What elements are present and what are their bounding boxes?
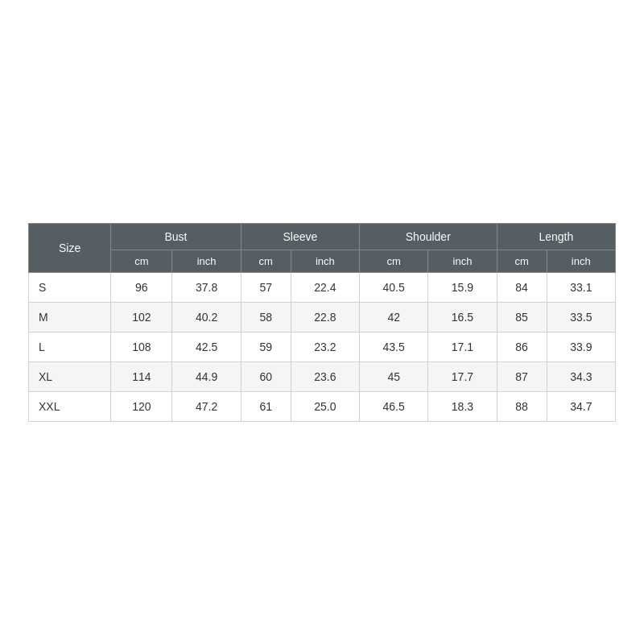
size-cell: L (29, 332, 111, 361)
size-chart-table: Size Bust Sleeve Shoulder Length cm inch… (28, 223, 616, 422)
sleeve-inch-cell: 22.8 (291, 302, 359, 332)
shoulder-cm-cell: 43.5 (360, 332, 428, 361)
header-group-row: Size Bust Sleeve Shoulder Length (29, 223, 616, 250)
bust-inch-cell: 42.5 (172, 332, 241, 361)
length-inch-cell: 34.7 (547, 391, 615, 421)
length-inch-cell: 33.1 (547, 272, 615, 302)
shoulder-group-header: Shoulder (360, 223, 497, 250)
length-cm-header: cm (497, 250, 547, 272)
bust-cm-cell: 102 (111, 302, 172, 332)
length-cm-cell: 86 (497, 332, 547, 361)
bust-inch-cell: 47.2 (172, 391, 241, 421)
shoulder-inch-cell: 16.5 (428, 302, 497, 332)
table-row: L10842.55923.243.517.18633.9 (29, 332, 616, 361)
length-inch-cell: 33.9 (547, 332, 615, 361)
shoulder-cm-cell: 46.5 (360, 391, 428, 421)
sleeve-inch-cell: 22.4 (291, 272, 359, 302)
sleeve-inch-cell: 23.2 (291, 332, 359, 361)
shoulder-cm-cell: 40.5 (360, 272, 428, 302)
table-row: S9637.85722.440.515.98433.1 (29, 272, 616, 302)
size-cell: XXL (29, 391, 111, 421)
shoulder-inch-cell: 15.9 (428, 272, 497, 302)
size-cell: S (29, 272, 111, 302)
sleeve-cm-cell: 60 (241, 361, 291, 391)
length-cm-cell: 84 (497, 272, 547, 302)
bust-inch-header: inch (172, 250, 241, 272)
bust-cm-cell: 96 (111, 272, 172, 302)
sleeve-inch-cell: 23.6 (291, 361, 359, 391)
size-chart-wrapper: Size Bust Sleeve Shoulder Length cm inch… (28, 223, 616, 422)
bust-cm-cell: 114 (111, 361, 172, 391)
table-body: S9637.85722.440.515.98433.1M10240.25822.… (29, 272, 616, 421)
shoulder-inch-cell: 18.3 (428, 391, 497, 421)
sleeve-cm-cell: 61 (241, 391, 291, 421)
sleeve-inch-header: inch (291, 250, 359, 272)
length-inch-cell: 33.5 (547, 302, 615, 332)
bust-group-header: Bust (111, 223, 241, 250)
length-cm-cell: 85 (497, 302, 547, 332)
sleeve-group-header: Sleeve (241, 223, 359, 250)
shoulder-cm-header: cm (360, 250, 428, 272)
shoulder-inch-cell: 17.1 (428, 332, 497, 361)
size-cell: M (29, 302, 111, 332)
size-cell: XL (29, 361, 111, 391)
sleeve-inch-cell: 25.0 (291, 391, 359, 421)
sleeve-cm-cell: 59 (241, 332, 291, 361)
length-inch-header: inch (547, 250, 615, 272)
sleeve-cm-header: cm (241, 250, 291, 272)
header-sub-row: cm inch cm inch cm inch cm inch (29, 250, 616, 272)
bust-cm-cell: 120 (111, 391, 172, 421)
length-cm-cell: 87 (497, 361, 547, 391)
length-group-header: Length (497, 223, 615, 250)
bust-inch-cell: 37.8 (172, 272, 241, 302)
bust-inch-cell: 44.9 (172, 361, 241, 391)
size-column-header: Size (29, 223, 111, 272)
table-row: M10240.25822.84216.58533.5 (29, 302, 616, 332)
bust-inch-cell: 40.2 (172, 302, 241, 332)
bust-cm-header: cm (111, 250, 172, 272)
sleeve-cm-cell: 58 (241, 302, 291, 332)
shoulder-inch-cell: 17.7 (428, 361, 497, 391)
shoulder-cm-cell: 45 (360, 361, 428, 391)
shoulder-cm-cell: 42 (360, 302, 428, 332)
length-cm-cell: 88 (497, 391, 547, 421)
table-row: XXL12047.26125.046.518.38834.7 (29, 391, 616, 421)
table-row: XL11444.96023.64517.78734.3 (29, 361, 616, 391)
length-inch-cell: 34.3 (547, 361, 615, 391)
bust-cm-cell: 108 (111, 332, 172, 361)
sleeve-cm-cell: 57 (241, 272, 291, 302)
shoulder-inch-header: inch (428, 250, 497, 272)
